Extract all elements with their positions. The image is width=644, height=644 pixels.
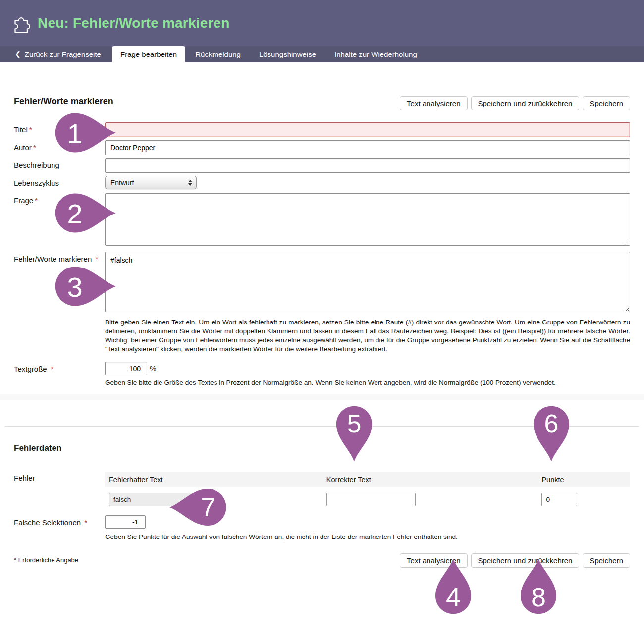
required-asterisk: *	[51, 365, 54, 373]
textgroesse-input[interactable]	[105, 362, 147, 375]
fehlerdaten-section-title: Fehlerdaten	[14, 443, 644, 453]
percent-unit: %	[150, 364, 156, 373]
app-header: Neu: Fehler/Worte markieren	[0, 0, 644, 46]
puzzle-icon	[9, 11, 33, 35]
korrekter-text-input[interactable]	[326, 493, 416, 506]
textgroesse-help: Geben Sie bitte die Größe des Textes in …	[105, 379, 630, 386]
col-korrekter-text: Korrekter Text	[322, 476, 538, 483]
col-fehlerhafter-text: Fehlerhafter Text	[105, 476, 322, 483]
beschreibung-label: Beschreibung	[0, 158, 105, 173]
falsche-selektionen-help: Geben Sie Punkte für die Auswahl von fal…	[105, 533, 630, 540]
required-asterisk: *	[84, 518, 87, 527]
error-table-header: Fehlerhafter Text Korrekter Text Punkte	[105, 472, 630, 487]
required-asterisk: *	[29, 125, 32, 134]
required-asterisk: *	[33, 143, 36, 152]
required-asterisk: *	[35, 196, 38, 205]
tab-frage-bearbeiten[interactable]: Frage bearbeiten	[112, 46, 185, 62]
frage-label: Frage*	[0, 193, 105, 248]
back-chevron-icon: ❮	[15, 51, 21, 57]
fehlerhafter-text-input	[109, 493, 198, 506]
page: Neu: Fehler/Worte markieren ❮ Zurück zur…	[0, 0, 644, 644]
tab-bar: ❮ Zurück zur Fragenseite Frage bearbeite…	[0, 46, 644, 63]
lebenszyklus-select[interactable]: Entwurf	[105, 176, 197, 189]
fehler-worte-label: Fehler/Worte markieren *	[0, 252, 105, 354]
speichern-button-top[interactable]: Speichern	[583, 96, 630, 110]
titel-label: Titel*	[0, 122, 105, 137]
text-analysieren-button-bottom[interactable]: Text analysieren	[400, 553, 467, 568]
error-table-row	[105, 487, 630, 508]
titel-input[interactable]	[105, 122, 630, 137]
falsche-selektionen-label: Falsche Selektionen *	[0, 515, 105, 540]
speichern-button-bottom[interactable]: Speichern	[583, 553, 630, 568]
col-punkte: Punkte	[537, 476, 630, 483]
falsche-selektionen-input[interactable]	[105, 515, 146, 529]
beschreibung-input[interactable]	[105, 158, 630, 173]
page-title: Neu: Fehler/Worte markieren	[38, 15, 230, 31]
section-divider	[5, 426, 639, 427]
lebenszyklus-label: Lebenszyklus	[0, 176, 105, 189]
tab-loesungshinweise[interactable]: Lösungshinweise	[251, 46, 324, 62]
fehler-worte-help: Bitte geben Sie einen Text ein. Um ein W…	[105, 318, 630, 354]
question-form: Titel* Autor* Beschreibung	[0, 122, 644, 386]
textgroesse-label: Textgröße *	[0, 362, 105, 375]
required-note: * Erforderliche Angabe	[14, 553, 78, 564]
back-link-label: Zurück zur Fragenseite	[25, 50, 101, 58]
tab-inhalte-wiederholung[interactable]: Inhalte zur Wiederholung	[326, 46, 426, 62]
speichern-zurueckkehren-button-bottom[interactable]: Speichern und zurückkehren	[471, 553, 580, 568]
speichern-zurueckkehren-button-top[interactable]: Speichern und zurückkehren	[471, 96, 580, 110]
form-footer-strip	[0, 394, 644, 400]
tab-rueckmeldung[interactable]: Rückmeldung	[187, 46, 249, 62]
frage-textarea[interactable]	[105, 193, 630, 246]
autor-input[interactable]	[105, 140, 630, 155]
back-to-questions-link[interactable]: ❮ Zurück zur Fragenseite	[0, 46, 112, 62]
main-content: Fehler/Worte markieren Text analysieren …	[0, 63, 644, 568]
autor-label: Autor*	[0, 140, 105, 155]
punkte-input[interactable]	[541, 493, 577, 506]
fehler-label: Fehler	[0, 472, 105, 508]
text-analysieren-button-top[interactable]: Text analysieren	[400, 96, 467, 110]
top-button-group: Text analysieren Speichern und zurückkeh…	[400, 96, 630, 110]
bottom-button-group: Text analysieren Speichern und zurückkeh…	[400, 553, 630, 568]
required-asterisk: *	[95, 255, 98, 263]
fehler-worte-textarea[interactable]: #falsch	[105, 252, 630, 312]
form-section-title: Fehler/Worte markieren	[14, 96, 113, 107]
select-arrows-icon	[188, 180, 192, 186]
